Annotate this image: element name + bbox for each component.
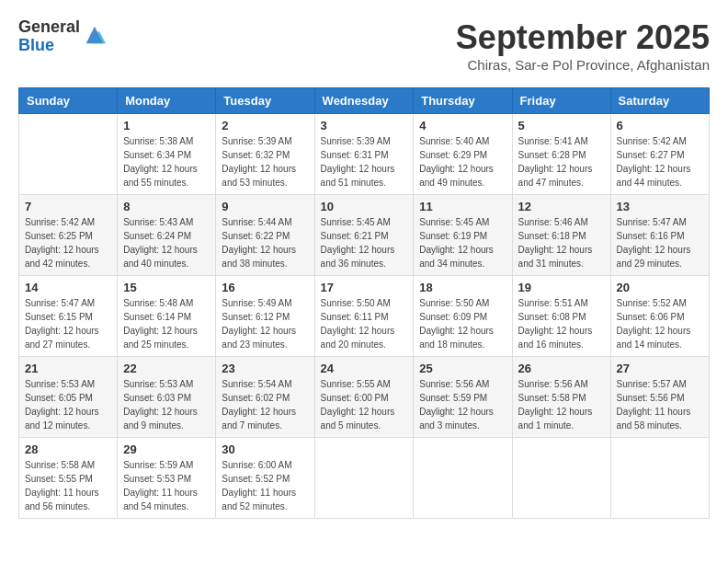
day-number: 24 — [321, 362, 408, 375]
logo: General Blue — [18, 18, 108, 55]
col-tuesday: Tuesday — [216, 88, 314, 114]
day-number: 7 — [25, 200, 111, 213]
day-cell — [610, 438, 709, 519]
logo-blue-text: Blue — [18, 37, 80, 55]
day-cell — [19, 114, 118, 195]
day-info: Sunrise: 5:42 AMSunset: 6:27 PMDaylight:… — [617, 134, 703, 190]
day-cell: 25Sunrise: 5:56 AMSunset: 5:59 PMDayligh… — [414, 357, 512, 438]
day-info: Sunrise: 5:51 AMSunset: 6:08 PMDaylight:… — [518, 296, 605, 351]
day-info: Sunrise: 5:50 AMSunset: 6:11 PMDaylight:… — [321, 296, 408, 351]
day-info: Sunrise: 5:43 AMSunset: 6:24 PMDaylight:… — [123, 215, 210, 270]
page-header: General Blue September 2025 Chiras, Sar-… — [18, 18, 710, 73]
day-number: 18 — [419, 281, 506, 294]
day-number: 12 — [518, 200, 605, 213]
day-cell — [512, 438, 610, 519]
day-info: Sunrise: 5:41 AMSunset: 6:28 PMDaylight:… — [518, 134, 605, 190]
day-info: Sunrise: 5:40 AMSunset: 6:29 PMDaylight:… — [419, 134, 506, 190]
day-number: 14 — [25, 281, 111, 294]
day-cell: 29Sunrise: 5:59 AMSunset: 5:53 PMDayligh… — [118, 438, 216, 519]
week-row-5: 28Sunrise: 5:58 AMSunset: 5:55 PMDayligh… — [19, 438, 710, 519]
day-number: 17 — [321, 281, 408, 294]
day-cell: 11Sunrise: 5:45 AMSunset: 6:19 PMDayligh… — [414, 195, 512, 276]
day-info: Sunrise: 5:56 AMSunset: 5:58 PMDaylight:… — [518, 377, 605, 432]
day-info: Sunrise: 5:45 AMSunset: 6:21 PMDaylight:… — [321, 215, 408, 270]
day-info: Sunrise: 5:53 AMSunset: 6:05 PMDaylight:… — [25, 377, 111, 432]
day-info: Sunrise: 5:57 AMSunset: 5:56 PMDaylight:… — [617, 377, 703, 432]
day-info: Sunrise: 5:49 AMSunset: 6:12 PMDaylight:… — [222, 296, 308, 351]
day-info: Sunrise: 6:00 AMSunset: 5:52 PMDaylight:… — [222, 458, 308, 513]
col-friday: Friday — [512, 88, 610, 114]
day-info: Sunrise: 5:47 AMSunset: 6:16 PMDaylight:… — [617, 215, 703, 270]
day-number: 13 — [617, 200, 703, 213]
day-cell: 8Sunrise: 5:43 AMSunset: 6:24 PMDaylight… — [118, 195, 216, 276]
day-number: 22 — [123, 362, 210, 375]
day-info: Sunrise: 5:59 AMSunset: 5:53 PMDaylight:… — [123, 458, 210, 513]
col-saturday: Saturday — [610, 88, 709, 114]
day-info: Sunrise: 5:55 AMSunset: 6:00 PMDaylight:… — [321, 377, 408, 432]
day-number: 15 — [123, 281, 210, 294]
day-info: Sunrise: 5:48 AMSunset: 6:14 PMDaylight:… — [123, 296, 210, 351]
day-cell: 17Sunrise: 5:50 AMSunset: 6:11 PMDayligh… — [314, 276, 414, 357]
day-number: 19 — [518, 281, 605, 294]
day-cell: 6Sunrise: 5:42 AMSunset: 6:27 PMDaylight… — [610, 114, 709, 195]
day-number: 28 — [25, 442, 111, 456]
day-number: 9 — [222, 200, 308, 213]
day-info: Sunrise: 5:39 AMSunset: 6:32 PMDaylight:… — [222, 134, 308, 190]
day-number: 30 — [222, 442, 308, 456]
day-number: 16 — [222, 281, 308, 294]
day-cell: 22Sunrise: 5:53 AMSunset: 6:03 PMDayligh… — [118, 357, 216, 438]
day-cell: 19Sunrise: 5:51 AMSunset: 6:08 PMDayligh… — [512, 276, 610, 357]
day-number: 4 — [419, 119, 506, 132]
day-cell: 18Sunrise: 5:50 AMSunset: 6:09 PMDayligh… — [414, 276, 512, 357]
day-number: 27 — [617, 362, 703, 375]
day-number: 25 — [419, 362, 506, 375]
day-cell: 16Sunrise: 5:49 AMSunset: 6:12 PMDayligh… — [216, 276, 314, 357]
day-cell: 28Sunrise: 5:58 AMSunset: 5:55 PMDayligh… — [19, 438, 118, 519]
day-cell: 23Sunrise: 5:54 AMSunset: 6:02 PMDayligh… — [216, 357, 314, 438]
day-cell: 5Sunrise: 5:41 AMSunset: 6:28 PMDaylight… — [512, 114, 610, 195]
day-info: Sunrise: 5:54 AMSunset: 6:02 PMDaylight:… — [222, 377, 308, 432]
week-row-1: 1Sunrise: 5:38 AMSunset: 6:34 PMDaylight… — [19, 114, 710, 195]
col-sunday: Sunday — [19, 88, 118, 114]
day-info: Sunrise: 5:56 AMSunset: 5:59 PMDaylight:… — [419, 377, 506, 432]
day-number: 21 — [25, 362, 111, 375]
day-cell: 1Sunrise: 5:38 AMSunset: 6:34 PMDaylight… — [118, 114, 216, 195]
day-cell: 20Sunrise: 5:52 AMSunset: 6:06 PMDayligh… — [610, 276, 709, 357]
day-cell: 3Sunrise: 5:39 AMSunset: 6:31 PMDaylight… — [314, 114, 414, 195]
day-cell: 26Sunrise: 5:56 AMSunset: 5:58 PMDayligh… — [512, 357, 610, 438]
day-number: 1 — [123, 119, 210, 132]
col-monday: Monday — [118, 88, 216, 114]
day-number: 23 — [222, 362, 308, 375]
day-info: Sunrise: 5:58 AMSunset: 5:55 PMDaylight:… — [25, 458, 111, 513]
col-thursday: Thursday — [414, 88, 512, 114]
day-number: 26 — [518, 362, 605, 375]
day-cell — [314, 438, 414, 519]
day-info: Sunrise: 5:45 AMSunset: 6:19 PMDaylight:… — [419, 215, 506, 270]
day-cell: 27Sunrise: 5:57 AMSunset: 5:56 PMDayligh… — [610, 357, 709, 438]
day-cell: 13Sunrise: 5:47 AMSunset: 6:16 PMDayligh… — [610, 195, 709, 276]
calendar-header-row: Sunday Monday Tuesday Wednesday Thursday… — [19, 88, 710, 114]
col-wednesday: Wednesday — [314, 88, 414, 114]
day-info: Sunrise: 5:42 AMSunset: 6:25 PMDaylight:… — [25, 215, 111, 270]
day-info: Sunrise: 5:44 AMSunset: 6:22 PMDaylight:… — [222, 215, 308, 270]
day-cell: 7Sunrise: 5:42 AMSunset: 6:25 PMDaylight… — [19, 195, 118, 276]
day-number: 8 — [123, 200, 210, 213]
day-number: 3 — [321, 119, 408, 132]
day-number: 20 — [617, 281, 703, 294]
day-number: 5 — [518, 119, 605, 132]
day-info: Sunrise: 5:52 AMSunset: 6:06 PMDaylight:… — [617, 296, 703, 351]
week-row-3: 14Sunrise: 5:47 AMSunset: 6:15 PMDayligh… — [19, 276, 710, 357]
week-row-4: 21Sunrise: 5:53 AMSunset: 6:05 PMDayligh… — [19, 357, 710, 438]
day-info: Sunrise: 5:46 AMSunset: 6:18 PMDaylight:… — [518, 215, 605, 270]
day-cell: 10Sunrise: 5:45 AMSunset: 6:21 PMDayligh… — [314, 195, 414, 276]
day-info: Sunrise: 5:47 AMSunset: 6:15 PMDaylight:… — [25, 296, 111, 351]
day-info: Sunrise: 5:39 AMSunset: 6:31 PMDaylight:… — [321, 134, 408, 190]
week-row-2: 7Sunrise: 5:42 AMSunset: 6:25 PMDaylight… — [19, 195, 710, 276]
day-info: Sunrise: 5:53 AMSunset: 6:03 PMDaylight:… — [123, 377, 210, 432]
day-number: 29 — [123, 442, 210, 456]
day-number: 2 — [222, 119, 308, 132]
day-cell: 30Sunrise: 6:00 AMSunset: 5:52 PMDayligh… — [216, 438, 314, 519]
day-cell: 14Sunrise: 5:47 AMSunset: 6:15 PMDayligh… — [19, 276, 118, 357]
day-cell: 12Sunrise: 5:46 AMSunset: 6:18 PMDayligh… — [512, 195, 610, 276]
day-number: 6 — [617, 119, 703, 132]
